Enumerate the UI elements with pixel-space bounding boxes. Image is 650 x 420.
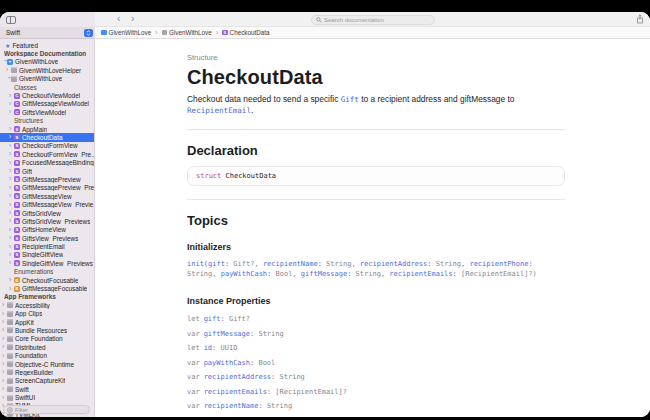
sidebar-item-featured[interactable]: ★Featured [0, 41, 94, 49]
disclosure-chevron-icon[interactable]: › [2, 59, 8, 64]
framework-icon [7, 378, 13, 384]
sidebar-item-giftmessageview-previe-[interactable]: ›SGiftMessageView_Previe... [0, 200, 94, 208]
struct-icon: S [14, 227, 20, 233]
sidebar-item-singlegiftview-previews[interactable]: ›SSingleGiftView_Previews [0, 259, 94, 267]
property-link[interactable]: varpayWithCash: Bool [187, 356, 565, 371]
property-link[interactable]: letgift: Gift? [187, 312, 565, 327]
sidebar-item-giftsgridview-previews[interactable]: ›SGiftsGridView_Previews [0, 217, 94, 225]
language-selector-badge-icon[interactable] [84, 29, 93, 37]
sidebar-item-giftshomeview[interactable]: ›SGiftsHomeView [0, 226, 94, 234]
sidebar-item-core-foundation[interactable]: ›Core Foundation [0, 335, 94, 343]
property-keyword: var [187, 388, 200, 396]
framework-icon [7, 336, 13, 342]
struct-icon: S [14, 168, 20, 174]
sidebar-item-screencapturekit[interactable]: ›ScreenCaptureKit [0, 377, 94, 385]
breadcrumb-item[interactable]: GivenWithLove [162, 29, 212, 36]
framework-icon [7, 344, 13, 350]
sidebar-item-giftsview-previews[interactable]: ›SGiftsView_Previews [0, 234, 94, 242]
search-input[interactable]: Search documentation [311, 15, 435, 25]
sidebar-item-checkoutviewmodel[interactable]: ›CCheckoutViewModel [0, 91, 94, 99]
struct-icon: S [14, 126, 20, 132]
property-name: id [204, 344, 212, 352]
property-link[interactable]: varrecipientName: String [187, 399, 565, 414]
forward-button[interactable]: › [131, 13, 134, 24]
sidebar-item-appmain[interactable]: ›SAppMain [0, 125, 94, 133]
sidebar-item-checkoutformview[interactable]: ›SCheckoutFormView [0, 142, 94, 150]
sidebar-item-checkoutfocusable[interactable]: ›ECheckoutFocusable [0, 276, 94, 284]
sidebar-item-giftsviewmodel[interactable]: ›CGiftsViewModel [0, 108, 94, 116]
topics-heading: Topics [187, 213, 565, 228]
breadcrumb-item-label: CheckoutData [230, 29, 270, 36]
language-selector[interactable]: Swift [0, 27, 95, 39]
sidebar-item-givenwithlove[interactable]: ›♥GivenWithLove [0, 58, 94, 66]
breadcrumb: GivenWithLove›GivenWithLove›SCheckoutDat… [95, 27, 650, 39]
framework-icon [7, 327, 13, 333]
sidebar-item-bundle-resources[interactable]: ›Bundle Resources [0, 326, 94, 334]
symbol-code-link[interactable]: Gift [341, 95, 359, 104]
sidebar-item-distributed[interactable]: ›Distributed [0, 343, 94, 351]
sidebar-item-giftsgridview[interactable]: ›SGiftsGridView [0, 209, 94, 217]
sidebar-item-givenwithlovehelper[interactable]: ›GivenWithLoveHelper [0, 66, 94, 74]
sidebar-item-label: SwiftUI [15, 394, 35, 401]
signature-type-token: [RecipientEmail]?) [457, 270, 537, 278]
sidebar-item-label: GiftMessageView_Previe... [22, 201, 94, 208]
sidebar-item-giftmessageviewmodel[interactable]: ›CGiftMessageViewModel [0, 100, 94, 108]
struct-icon: S [14, 160, 20, 166]
symbol-code-link[interactable]: RecipientEmail [187, 106, 251, 115]
sidebar-item-enumerations[interactable]: Enumerations [0, 268, 94, 276]
sidebar-item-singlegiftview[interactable]: ›SSingleGiftView [0, 251, 94, 259]
back-button[interactable]: ‹ [117, 13, 120, 24]
sidebar-item-giftmessagepreview-pre-[interactable]: ›SGiftMessagePreview_Pre... [0, 184, 94, 192]
description-text: . [251, 105, 253, 115]
sidebar-toggle-icon[interactable] [6, 16, 16, 24]
sidebar-item-giftmessagefocusable[interactable]: ›EGiftMessageFocusable [0, 284, 94, 292]
sidebar-item-objective-c-runtime[interactable]: ›Objective-C Runtime [0, 360, 94, 368]
sidebar-item-regexbuilder[interactable]: ›RegexBuilder [0, 368, 94, 376]
sidebar-item-workspace-documentation[interactable]: Workspace Documentation [0, 49, 94, 57]
enum-icon: E [14, 277, 20, 283]
sidebar-item-giftmessagepreview[interactable]: ›SGiftMessagePreview [0, 175, 94, 183]
property-keyword: var [187, 402, 200, 410]
sidebar-item-foundation[interactable]: ›Foundation [0, 351, 94, 359]
share-button[interactable] [636, 14, 644, 24]
property-link[interactable]: letid: UUID [187, 341, 565, 356]
struct-icon: S [14, 210, 20, 216]
property-link[interactable]: vargiftMessage: String [187, 327, 565, 342]
page-title: CheckoutData [187, 66, 565, 89]
sidebar-item-structures[interactable]: Structures [0, 117, 94, 125]
signature-type-token: String, [431, 260, 469, 268]
sidebar-item-classes[interactable]: Classes [0, 83, 94, 91]
struct-icon: S [14, 260, 20, 266]
sidebar-item-gift[interactable]: ›SGift [0, 167, 94, 175]
property-link[interactable]: varrecipientEmails: [RecipientEmail]? [187, 385, 565, 400]
sidebar-item-appkit[interactable]: ›AppKit [0, 318, 94, 326]
property-type: : Gift? [221, 315, 251, 323]
breadcrumb-item[interactable]: GivenWithLove [101, 29, 151, 36]
sidebar-item-recipientemail[interactable]: ›SRecipientEmail [0, 242, 94, 250]
sidebar-item-app-clips[interactable]: ›App Clips [0, 310, 94, 318]
signature-name-token: recipientAddress: [360, 260, 432, 268]
struct-icon: S [14, 143, 20, 149]
filter-input[interactable]: Filter [3, 405, 90, 414]
description-text: Checkout data needed to send a specific [187, 94, 341, 104]
breadcrumb-item[interactable]: SCheckoutData [222, 29, 269, 36]
sidebar-item-checkoutformview-pre-[interactable]: ›SCheckoutFormView_Pre... [0, 150, 94, 158]
sidebar-item-swift[interactable]: ›Swift [0, 385, 94, 393]
initializer-signature-link[interactable]: init(gift: Gift?, recipientName: String,… [187, 259, 565, 279]
struct-icon: S [14, 252, 20, 258]
sidebar-item-label: SingleGiftView [22, 251, 63, 258]
property-link[interactable]: varrecipientAddress: String [187, 370, 565, 385]
sidebar-item-givenwithlove[interactable]: ›GivenWithLove [0, 75, 94, 83]
property-link[interactable]: varrecipientPhone: String [187, 414, 565, 418]
sidebar-item-label: CheckoutFocusable [22, 277, 78, 284]
sidebar-item-app-frameworks[interactable]: App Frameworks [0, 293, 94, 301]
sidebar-item-swiftui[interactable]: ›SwiftUI [0, 393, 94, 401]
property-name: recipientAddress [204, 373, 271, 381]
documentation-window: ‹ › Search documentation Swift [0, 12, 650, 417]
sidebar-item-focusedmessagebinding[interactable]: ›SFocusedMessageBinding [0, 158, 94, 166]
disclosure-chevron-icon[interactable]: › [6, 76, 12, 81]
sidebar-item-giftmessageview[interactable]: ›SGiftMessageView [0, 192, 94, 200]
filter-icon [7, 407, 13, 413]
sidebar-item-checkoutdata[interactable]: ›SCheckoutData [0, 133, 94, 141]
sidebar-item-accessibility[interactable]: ›Accessibility [0, 301, 94, 309]
